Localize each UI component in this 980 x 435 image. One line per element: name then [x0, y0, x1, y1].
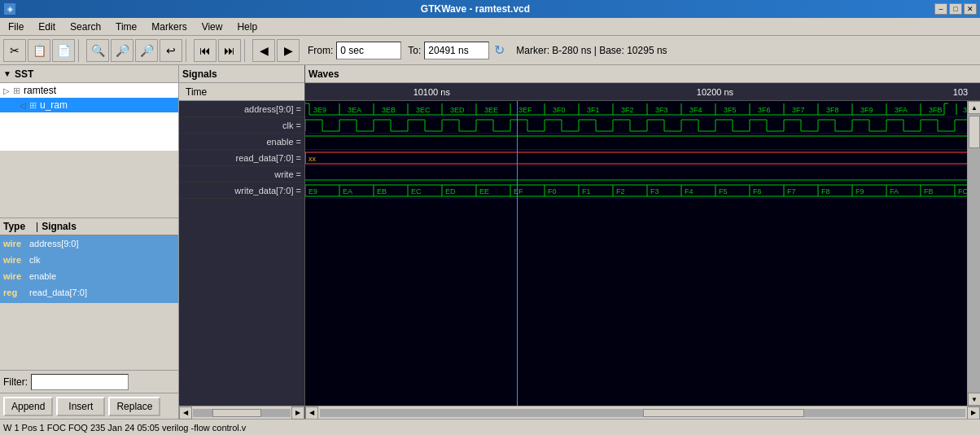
scroll-thumb[interactable]: [212, 409, 261, 417]
signals-list: wire address[9:0] wire clk wire enable r…: [0, 235, 178, 303]
signal-label-clk: clk =: [179, 117, 304, 134]
signal-name-clk: clk: [29, 255, 175, 265]
main-layout: ▼ SST ▷ ⊞ ramtest ◁ ⊞ u_ram Type | Signa…: [0, 65, 980, 419]
vscroll-thumb[interactable]: [969, 116, 980, 148]
menu-file[interactable]: File: [2, 19, 30, 35]
scroll-track[interactable]: [193, 409, 291, 417]
svg-text:EC: EC: [411, 187, 422, 196]
svg-text:3F2: 3F2: [621, 106, 634, 114]
signal-row-clk[interactable]: wire clk: [0, 252, 178, 268]
scroll-left-arrow[interactable]: ◀: [179, 406, 192, 420]
waves-area: 3E9 3EA 3EB 3EC 3ED 3EE 3EF 3F0 3F1 3F2 …: [305, 101, 980, 406]
sst-item-u-ram[interactable]: ◁ ⊞ u_ram: [0, 98, 178, 112]
goto-start-button[interactable]: ⏮: [194, 39, 217, 62]
menu-view[interactable]: View: [195, 19, 230, 35]
paste-button[interactable]: 📄: [52, 39, 75, 62]
cursor-line: [517, 101, 518, 406]
svg-text:3F9: 3F9: [860, 106, 873, 114]
to-label: To:: [408, 45, 421, 56]
waves-label: Waves: [308, 68, 339, 80]
hscroll-track[interactable]: [320, 409, 965, 417]
signal-row-address[interactable]: wire address[9:0]: [0, 235, 178, 252]
reload-button[interactable]: ↻: [494, 42, 505, 58]
close-button[interactable]: ✕: [964, 3, 977, 15]
zoom-fit-button[interactable]: 🔍: [86, 39, 109, 62]
minimize-button[interactable]: –: [934, 3, 947, 15]
menu-edit[interactable]: Edit: [32, 19, 62, 35]
waves-hscroll[interactable]: ◀ ▶: [305, 406, 980, 419]
zoom-in-button[interactable]: 🔎: [111, 39, 133, 62]
module-icon-u-ram: ⊞: [29, 100, 37, 111]
menu-help[interactable]: Help: [230, 19, 264, 35]
status-bar: W 1 Pos 1 FOC FOQ 235 Jan 24 05:05 veril…: [0, 419, 980, 435]
menu-markers[interactable]: Markers: [145, 19, 193, 35]
waves-panel: Waves 10100 ns 10200 ns 103 3E9: [305, 65, 980, 419]
signal-label-enable: enable =: [179, 134, 304, 150]
copy-button[interactable]: 📋: [28, 39, 50, 62]
svg-text:F2: F2: [616, 187, 625, 196]
status-text: W 1 Pos 1 FOC FOQ 235 Jan 24 05:05 veril…: [3, 423, 246, 433]
svg-text:3FC: 3FC: [963, 106, 967, 114]
prev-button[interactable]: ◀: [252, 39, 275, 62]
menu-time[interactable]: Time: [109, 19, 143, 35]
vscroll-up[interactable]: ▲: [968, 101, 980, 114]
svg-text:3EA: 3EA: [348, 106, 361, 114]
append-button[interactable]: Append: [3, 397, 53, 416]
signals-empty: [0, 303, 178, 371]
waves-canvas[interactable]: 3E9 3EA 3EB 3EC 3ED 3EE 3EF 3F0 3F1 3F2 …: [305, 101, 967, 406]
insert-button[interactable]: Insert: [56, 397, 105, 416]
window-title: GTKWave - ramtest.vcd: [16, 3, 934, 15]
svg-text:3FA: 3FA: [895, 106, 908, 114]
hscroll-left[interactable]: ◀: [305, 406, 318, 420]
signal-type-read-data: reg: [3, 288, 29, 297]
sst-item-ramtest[interactable]: ▷ ⊞ ramtest: [0, 83, 178, 98]
signal-row-enable[interactable]: wire enable: [0, 268, 178, 284]
svg-text:3EB: 3EB: [382, 106, 396, 114]
svg-text:E9: E9: [308, 187, 317, 196]
wave-row-clk: [305, 117, 967, 134]
next-button[interactable]: ▶: [277, 39, 300, 62]
expand-icon-u-ram: ◁: [20, 101, 26, 110]
scroll-right-arrow[interactable]: ▶: [291, 406, 304, 420]
svg-text:3F3: 3F3: [655, 106, 668, 114]
svg-text:3E9: 3E9: [313, 106, 326, 114]
replace-button[interactable]: Replace: [108, 397, 160, 416]
hscroll-right[interactable]: ▶: [967, 406, 980, 420]
waves-empty: [305, 199, 967, 362]
waves-vscroll[interactable]: ▲ ▼: [967, 101, 980, 406]
menu-search[interactable]: Search: [63, 19, 107, 35]
wave-row-enable: [305, 134, 967, 150]
svg-text:3ED: 3ED: [450, 106, 465, 114]
sst-tree[interactable]: ▷ ⊞ ramtest ◁ ⊞ u_ram: [0, 83, 178, 151]
middle-hscroll[interactable]: ◀ ▶: [179, 406, 304, 419]
svg-text:F0: F0: [548, 187, 557, 196]
to-input[interactable]: [424, 42, 489, 59]
zoom-out-button[interactable]: 🔎: [135, 39, 158, 62]
hscroll-thumb[interactable]: [643, 409, 804, 417]
signal-row-read-data[interactable]: reg read_data[7:0]: [0, 284, 178, 301]
vscroll-down[interactable]: ▼: [968, 393, 980, 406]
goto-end-button[interactable]: ⏭: [218, 39, 241, 62]
svg-text:xx: xx: [308, 155, 317, 163]
type-signals-header: Type | Signals: [0, 218, 178, 235]
undo-button[interactable]: ↩: [160, 39, 182, 62]
vscroll-track[interactable]: [968, 114, 980, 393]
svg-text:3F5: 3F5: [724, 106, 737, 114]
from-input[interactable]: [336, 42, 401, 59]
signal-label-clk-text: clk =: [282, 121, 301, 130]
signal-name-read-data: read_data[7:0]: [29, 288, 175, 297]
svg-text:FB: FB: [924, 187, 934, 196]
waves-header: Waves: [305, 65, 980, 83]
filter-input[interactable]: [31, 374, 129, 390]
signal-type-address: wire: [3, 239, 29, 248]
signal-label-read-data: read_data[7:0] =: [179, 150, 304, 166]
maximize-button[interactable]: □: [949, 3, 962, 15]
time-row: Time: [179, 83, 304, 101]
time-range: From: To:: [304, 42, 489, 59]
cut-button[interactable]: ✂: [3, 39, 26, 62]
signal-label-read-data-text: read_data[7:0] =: [236, 153, 301, 163]
svg-text:EA: EA: [343, 187, 352, 196]
svg-text:3EC: 3EC: [416, 106, 431, 114]
sst-triangle: ▼: [3, 69, 11, 78]
svg-rect-56: [305, 152, 967, 164]
